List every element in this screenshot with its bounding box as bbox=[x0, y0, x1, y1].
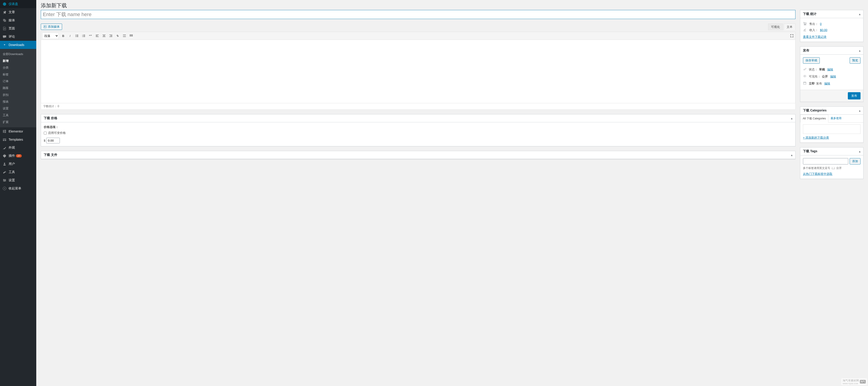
submenu-reports[interactable]: 报表 bbox=[0, 98, 36, 105]
menu-settings[interactable]: 设置 bbox=[0, 176, 36, 184]
svg-rect-41 bbox=[803, 82, 806, 84]
link-button[interactable] bbox=[114, 32, 121, 39]
submenu-tools[interactable]: 工具 bbox=[0, 112, 36, 119]
files-title: 下载 文件 bbox=[44, 153, 57, 157]
submenu-all-downloads[interactable]: 全部Downloads bbox=[0, 51, 36, 58]
sales-label: 售出： bbox=[809, 22, 818, 26]
bold-button[interactable]: B bbox=[60, 32, 67, 39]
svg-point-6 bbox=[44, 26, 45, 27]
more-button[interactable] bbox=[121, 32, 128, 39]
menu-users[interactable]: 用户 bbox=[0, 160, 36, 168]
preview-button[interactable]: 预览 bbox=[850, 57, 861, 64]
edit-visibility-link[interactable]: 编辑 bbox=[830, 74, 836, 78]
menu-comments[interactable]: 评论 bbox=[0, 33, 36, 41]
svg-rect-23 bbox=[103, 36, 105, 36]
dashboard-icon bbox=[2, 2, 7, 6]
stats-toggle[interactable]: ▴ bbox=[859, 12, 861, 16]
svg-rect-3 bbox=[4, 132, 6, 133]
publish-button[interactable]: 发布 bbox=[848, 92, 861, 99]
menu-collapse[interactable]: 收起菜单 bbox=[0, 184, 36, 193]
svg-rect-12 bbox=[76, 36, 78, 37]
watermark-badge: 淘气 bbox=[860, 380, 866, 384]
submenu-add-new[interactable]: 新增 bbox=[0, 58, 36, 64]
edit-status-link[interactable]: 编辑 bbox=[827, 67, 833, 72]
tags-toggle[interactable]: ▴ bbox=[859, 150, 861, 153]
format-select[interactable]: 段落 bbox=[42, 33, 59, 39]
svg-point-37 bbox=[804, 25, 805, 25]
svg-rect-35 bbox=[131, 36, 131, 36]
download-log-link[interactable]: 查看文件下载记录 bbox=[803, 35, 827, 38]
download-icon bbox=[2, 42, 7, 47]
menu-posts[interactable]: 文章 bbox=[0, 8, 36, 16]
menu-label: 媒体 bbox=[9, 18, 15, 23]
categories-toggle[interactable]: ▴ bbox=[859, 109, 861, 112]
media-icon bbox=[2, 18, 7, 23]
variable-pricing-checkbox[interactable] bbox=[44, 132, 47, 134]
svg-rect-24 bbox=[103, 36, 105, 37]
menu-elementor[interactable]: Elementor bbox=[0, 127, 36, 135]
publish-postbox: 发布 ▴ 保存草稿 预览 状态： 草稿 编辑 bbox=[800, 46, 864, 102]
menu-label: 收起菜单 bbox=[9, 186, 21, 191]
svg-text:3: 3 bbox=[82, 36, 83, 37]
status-value: 草稿 bbox=[819, 67, 825, 72]
tag-input[interactable] bbox=[803, 158, 848, 164]
italic-button[interactable]: I bbox=[67, 32, 73, 39]
svg-rect-18 bbox=[83, 36, 85, 37]
menu-tools[interactable]: 工具 bbox=[0, 168, 36, 176]
submenu-extensions[interactable]: 扩展 bbox=[0, 119, 36, 126]
number-list-button[interactable]: 123 bbox=[80, 32, 87, 39]
main-content: 添加新下载 添加媒体 可视化 文本 段落 B I bbox=[36, 0, 868, 386]
tab-visual[interactable]: 可视化 bbox=[768, 24, 783, 30]
tab-text[interactable]: 文本 bbox=[784, 24, 796, 30]
save-draft-button[interactable]: 保存草稿 bbox=[803, 57, 820, 64]
menu-plugins[interactable]: 插件 27 bbox=[0, 152, 36, 160]
add-media-button[interactable]: 添加媒体 bbox=[41, 24, 62, 30]
calendar-icon bbox=[803, 81, 807, 86]
cat-tab-all[interactable]: All 下载 Categories bbox=[800, 115, 828, 123]
submenu-tags[interactable]: 标签 bbox=[0, 71, 36, 78]
menu-appearance[interactable]: 外观 bbox=[0, 143, 36, 152]
sales-value-link[interactable]: 0 bbox=[820, 22, 822, 26]
svg-rect-0 bbox=[3, 130, 4, 133]
toolbar-toggle-button[interactable] bbox=[128, 32, 135, 39]
publish-toggle[interactable]: ▴ bbox=[859, 49, 861, 52]
menu-label: 文章 bbox=[9, 10, 15, 14]
submenu-customers[interactable]: 顾客 bbox=[0, 85, 36, 92]
cat-tab-most-used[interactable]: 最多使用 bbox=[828, 115, 844, 122]
menu-label: 评论 bbox=[9, 35, 15, 39]
edit-date-link[interactable]: 编辑 bbox=[824, 82, 830, 86]
earnings-value-link[interactable]: $0.00 bbox=[820, 28, 828, 32]
editor-content[interactable] bbox=[41, 40, 796, 103]
menu-label: 外观 bbox=[9, 146, 15, 150]
fullscreen-button[interactable] bbox=[788, 32, 795, 39]
menu-downloads[interactable]: Downloads bbox=[0, 41, 36, 49]
price-input[interactable] bbox=[46, 138, 60, 143]
svg-rect-22 bbox=[103, 35, 105, 35]
submenu-settings[interactable]: 设置 bbox=[0, 105, 36, 112]
prices-toggle[interactable]: ▴ bbox=[791, 117, 793, 120]
menu-dashboard[interactable]: 仪表盘 bbox=[0, 0, 36, 8]
cart-icon bbox=[803, 22, 807, 26]
add-tag-button[interactable]: 添加 bbox=[850, 158, 861, 164]
download-title-input[interactable] bbox=[41, 10, 796, 19]
bullet-list-button[interactable] bbox=[73, 32, 80, 39]
submenu-orders[interactable]: 订单 bbox=[0, 78, 36, 85]
menu-media[interactable]: 媒体 bbox=[0, 16, 36, 25]
menu-templates[interactable]: Templates bbox=[0, 135, 36, 143]
add-category-link[interactable]: + 添加新的下载分类 bbox=[803, 136, 829, 139]
submenu-downloads: 全部Downloads 新增 分类 标签 订单 顾客 折扣 报表 设置 工具 扩… bbox=[0, 49, 36, 127]
menu-pages[interactable]: 页面 bbox=[0, 25, 36, 33]
menu-label: 设置 bbox=[9, 178, 15, 182]
submenu-discounts[interactable]: 折扣 bbox=[0, 92, 36, 98]
submenu-categories[interactable]: 分类 bbox=[0, 64, 36, 71]
choose-popular-tags-link[interactable]: 从热门下载标签中选取 bbox=[803, 172, 832, 175]
align-left-button[interactable] bbox=[94, 32, 101, 39]
users-icon bbox=[2, 162, 7, 166]
category-list[interactable] bbox=[803, 124, 861, 134]
files-postbox: 下载 文件 ▴ bbox=[41, 151, 796, 159]
blockquote-button[interactable]: “” bbox=[87, 32, 94, 39]
align-right-button[interactable] bbox=[107, 32, 114, 39]
files-toggle[interactable]: ▴ bbox=[791, 153, 793, 157]
menu-label: Elementor bbox=[9, 130, 23, 133]
align-center-button[interactable] bbox=[101, 32, 107, 39]
